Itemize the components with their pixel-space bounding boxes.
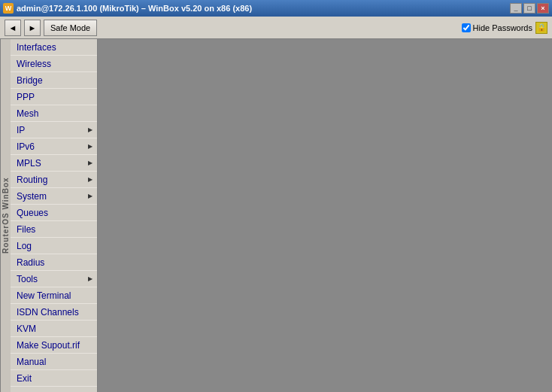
sidebar-item-label: Interfaces bbox=[17, 42, 56, 53]
sidebar-item-label: Routing bbox=[17, 175, 47, 185]
sidebar-item-manual[interactable]: Manual bbox=[11, 354, 97, 370]
app-icon: W bbox=[3, 3, 14, 14]
title-text: admin@172.26.1.100 (MikroTik) – WinBox v… bbox=[17, 4, 252, 13]
sidebar-menu: InterfacesWirelessBridgePPPMeshIP▶IPv6▶M… bbox=[11, 39, 97, 387]
close-button[interactable]: × bbox=[537, 3, 549, 14]
chevron-right-icon: ▶ bbox=[88, 143, 93, 150]
chevron-right-icon: ▶ bbox=[88, 126, 93, 133]
window-controls[interactable]: _ □ × bbox=[510, 3, 549, 14]
sidebar-item-bridge[interactable]: Bridge bbox=[11, 72, 97, 89]
sidebar-item-label: IPv6 bbox=[17, 141, 35, 152]
lock-icon: 🔒 bbox=[535, 22, 547, 34]
chevron-right-icon: ▶ bbox=[88, 160, 93, 166]
sidebar-item-label: MPLS bbox=[17, 158, 41, 169]
sidebar-item-label: Radius bbox=[17, 257, 44, 268]
sidebar-item-label: Files bbox=[17, 224, 35, 235]
forward-button[interactable]: ► bbox=[24, 20, 41, 36]
minimize-button[interactable]: _ bbox=[510, 3, 522, 14]
sidebar-item-label: Manual bbox=[17, 357, 46, 367]
sidebar-item-ipv6[interactable]: IPv6▶ bbox=[11, 138, 97, 155]
hide-passwords-area: Hide Passwords 🔒 bbox=[462, 22, 547, 34]
sidebar-item-queues[interactable]: Queues bbox=[11, 205, 97, 221]
sidebar-item-new-terminal[interactable]: New Terminal bbox=[11, 287, 97, 304]
main-area: RouterOS WinBox InterfacesWirelessBridge… bbox=[0, 39, 552, 392]
sidebar-item-interfaces[interactable]: Interfaces bbox=[11, 39, 97, 56]
sidebar-item-ppp[interactable]: PPP bbox=[11, 89, 97, 105]
sidebar-item-radius[interactable]: Radius bbox=[11, 254, 97, 271]
sidebar-item-files[interactable]: Files bbox=[11, 221, 97, 238]
sidebar-item-label: Queues bbox=[17, 208, 48, 218]
hide-passwords-checkbox-container[interactable]: Hide Passwords bbox=[462, 23, 532, 32]
chevron-right-icon: ▶ bbox=[88, 193, 93, 199]
sidebar-item-label: Log bbox=[17, 241, 32, 251]
content-area bbox=[98, 39, 552, 392]
chevron-right-icon: ▶ bbox=[88, 176, 93, 183]
sidebar-item-label: KVM bbox=[17, 324, 36, 334]
sidebar-item-label: System bbox=[17, 191, 47, 202]
sidebar-item-make-supout.rif[interactable]: Make Supout.rif bbox=[11, 337, 97, 354]
sidebar-item-tools[interactable]: Tools▶ bbox=[11, 271, 97, 287]
sidebar-rotated-label: RouterOS WinBox bbox=[0, 39, 11, 392]
safe-mode-label: Safe Mode bbox=[50, 23, 90, 32]
chevron-right-icon: ▶ bbox=[88, 275, 93, 282]
sidebar-item-routing[interactable]: Routing▶ bbox=[11, 172, 97, 188]
sidebar-item-system[interactable]: System▶ bbox=[11, 188, 97, 205]
hide-passwords-checkbox[interactable] bbox=[462, 23, 471, 32]
sidebar-item-label: ISDN Channels bbox=[17, 307, 79, 318]
sidebar-item-label: Bridge bbox=[17, 75, 43, 86]
sidebar-item-label: Exit bbox=[17, 373, 32, 384]
sidebar: RouterOS WinBox InterfacesWirelessBridge… bbox=[0, 39, 98, 392]
sidebar-item-mpls[interactable]: MPLS▶ bbox=[11, 155, 97, 172]
toolbar: ◄ ► Safe Mode Hide Passwords 🔒 bbox=[0, 17, 552, 39]
sidebar-item-label: Make Supout.rif bbox=[17, 340, 80, 351]
sidebar-item-label: Tools bbox=[17, 274, 38, 284]
back-icon: ◄ bbox=[9, 23, 17, 32]
hide-passwords-label: Hide Passwords bbox=[473, 23, 532, 32]
maximize-button[interactable]: □ bbox=[523, 3, 535, 14]
title-bar: W admin@172.26.1.100 (MikroTik) – WinBox… bbox=[0, 0, 552, 17]
sidebar-item-ip[interactable]: IP▶ bbox=[11, 122, 97, 138]
sidebar-item-exit[interactable]: Exit bbox=[11, 370, 97, 387]
sidebar-item-label: Mesh bbox=[17, 108, 38, 119]
sidebar-item-wireless[interactable]: Wireless bbox=[11, 56, 97, 72]
back-button[interactable]: ◄ bbox=[5, 20, 21, 36]
sidebar-item-label: Wireless bbox=[17, 59, 51, 69]
sidebar-item-isdn-channels[interactable]: ISDN Channels bbox=[11, 304, 97, 321]
sidebar-item-label: New Terminal bbox=[17, 290, 71, 301]
forward-icon: ► bbox=[29, 23, 37, 32]
sidebar-item-label: IP bbox=[17, 125, 25, 135]
sidebar-item-label: PPP bbox=[17, 92, 35, 102]
safe-mode-button[interactable]: Safe Mode bbox=[44, 20, 97, 36]
sidebar-item-kvm[interactable]: KVM bbox=[11, 321, 97, 337]
sidebar-item-mesh[interactable]: Mesh bbox=[11, 105, 97, 122]
sidebar-item-log[interactable]: Log bbox=[11, 238, 97, 254]
